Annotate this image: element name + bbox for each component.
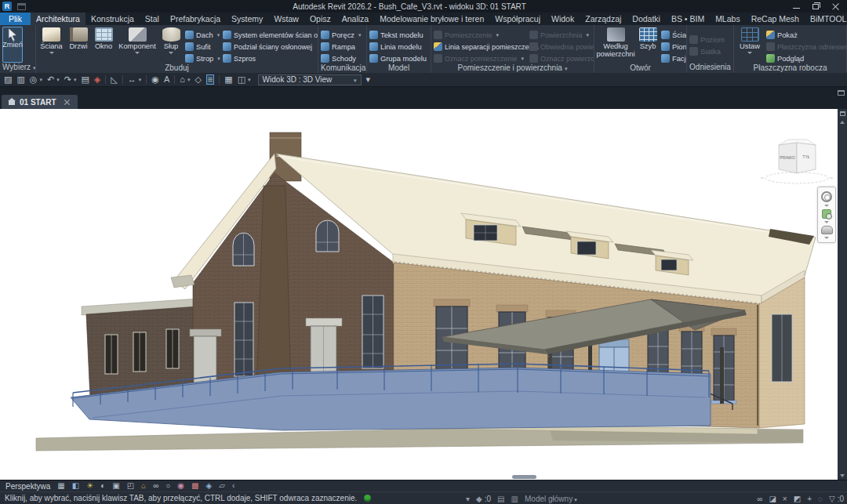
shadows-icon[interactable]: ◐ bbox=[100, 482, 105, 490]
expand-vcb-icon[interactable]: ‹ bbox=[232, 482, 234, 490]
tab-architektura[interactable]: Architektura bbox=[31, 13, 85, 25]
opening-by-face-button[interactable]: Według powierzchni bbox=[597, 27, 634, 63]
undo-icon[interactable]: ↶ bbox=[47, 75, 60, 84]
vertical-opening-button[interactable]: Pionowo bbox=[661, 42, 687, 52]
drawing-area[interactable]: PRAWO TYŁ bbox=[0, 109, 847, 480]
component-button[interactable]: Komponent bbox=[118, 27, 157, 63]
tab-stal[interactable]: Stal bbox=[140, 13, 165, 25]
tab-bs-bim[interactable]: BS • BIM bbox=[666, 13, 710, 25]
dormer-opening-button[interactable]: Facjatka bbox=[661, 53, 687, 63]
horizontal-scrollbar[interactable] bbox=[512, 475, 536, 479]
orbit-menu-caret-icon[interactable] bbox=[824, 237, 829, 239]
temporary-view-properties-icon[interactable]: ◉ bbox=[177, 482, 184, 490]
aligned-dimension-icon[interactable]: ↔ bbox=[128, 75, 142, 84]
crop-view-icon[interactable]: ▣ bbox=[112, 482, 119, 490]
select-underlay-icon[interactable]: ◪ bbox=[769, 495, 776, 503]
component-caret-icon[interactable] bbox=[135, 52, 140, 54]
thin-lines-icon[interactable]: ≡ bbox=[206, 74, 214, 85]
set-workplane-button[interactable]: Ustaw bbox=[736, 27, 763, 63]
roof-button[interactable]: Dach bbox=[185, 30, 220, 40]
minimize-button[interactable] bbox=[793, 8, 800, 9]
orbit-tool-icon[interactable] bbox=[821, 226, 833, 234]
viewcube-face-right[interactable]: PRAWO bbox=[780, 155, 794, 160]
crop-region-visibility-icon[interactable]: ◰ bbox=[127, 482, 134, 490]
reveal-hidden-elements-icon[interactable]: ∞ bbox=[153, 482, 158, 490]
column-button[interactable]: Słup bbox=[160, 27, 182, 63]
design-options-icon[interactable]: ▥ bbox=[511, 495, 518, 503]
tab-konstrukcja[interactable]: Konstrukcja bbox=[85, 13, 140, 25]
wall-button[interactable]: Ściana bbox=[38, 27, 64, 63]
worksets-dialog-icon[interactable]: ▤ bbox=[497, 495, 504, 503]
tab-opisz[interactable]: Opisz bbox=[304, 13, 336, 25]
stair-button[interactable]: Schody bbox=[321, 53, 361, 63]
collapsed-side-panel[interactable] bbox=[838, 109, 847, 480]
scale-button[interactable]: Perspektywa bbox=[5, 482, 50, 491]
model-text-button[interactable]: Tekst modelu bbox=[369, 30, 431, 40]
tab-systemy[interactable]: Systemy bbox=[226, 13, 268, 25]
scroll-up-icon[interactable] bbox=[840, 121, 845, 124]
panel-restore-icon[interactable] bbox=[840, 111, 845, 116]
close-button[interactable] bbox=[831, 2, 839, 10]
print-icon[interactable]: ▤ bbox=[81, 75, 89, 84]
zoom-tool-icon[interactable] bbox=[822, 209, 831, 219]
tab-list-icon[interactable] bbox=[838, 90, 845, 96]
open-icon[interactable]: ▨ bbox=[4, 75, 12, 84]
visual-style-icon[interactable]: ◧ bbox=[72, 482, 79, 490]
tab-plik[interactable]: Plik bbox=[0, 13, 31, 25]
wall-caret-icon[interactable] bbox=[49, 52, 54, 54]
group-pomieszczenie[interactable]: Pomieszczenie i powierzchnia bbox=[431, 63, 594, 73]
select-by-face-icon[interactable]: ◩ bbox=[794, 495, 801, 503]
floor-button[interactable]: Strop bbox=[185, 53, 220, 63]
select-pinned-icon[interactable]: × bbox=[783, 495, 787, 503]
drag-on-selection-icon[interactable]: + bbox=[807, 495, 812, 503]
tag-icon[interactable]: ◉ bbox=[151, 75, 159, 84]
tab-zarzadzaj[interactable]: Zarządzaj bbox=[580, 13, 627, 25]
view-scale-icon[interactable]: ▦ bbox=[57, 482, 64, 490]
view-cube[interactable]: PRAWO TYŁ bbox=[761, 140, 833, 183]
wall-opening-button[interactable]: Ściana bbox=[661, 30, 687, 40]
tab-wspolpracuj[interactable]: Współpracuj bbox=[489, 13, 546, 25]
shaft-button[interactable]: Szyb bbox=[638, 27, 658, 63]
sun-path-icon[interactable]: ☀ bbox=[86, 482, 93, 490]
steering-wheel-icon[interactable] bbox=[821, 191, 832, 202]
tab-dodatki[interactable]: Dodatki bbox=[627, 13, 666, 25]
scroll-down-icon[interactable] bbox=[840, 474, 845, 477]
ramp-button[interactable]: Rampa bbox=[321, 42, 361, 52]
worksets-chevron-icon[interactable]: ▾ bbox=[466, 495, 470, 503]
switch-windows-icon[interactable]: ◫ bbox=[238, 75, 251, 84]
measure-icon[interactable]: ◺ bbox=[111, 75, 117, 84]
ceiling-button[interactable]: Sufit bbox=[185, 42, 220, 52]
close-inactive-windows-icon[interactable]: ▦ bbox=[224, 75, 232, 84]
navigation-bar[interactable] bbox=[817, 187, 836, 243]
viewer-button[interactable]: Podgląd bbox=[766, 53, 847, 63]
door-button[interactable]: Drzwi bbox=[67, 27, 89, 63]
curtain-grid-button[interactable]: Podział ściany osłonowej bbox=[223, 42, 318, 52]
column-caret-icon[interactable] bbox=[169, 52, 173, 54]
filter-icon[interactable]: ▽ bbox=[829, 495, 835, 503]
worksharing-status-icon[interactable] bbox=[364, 495, 371, 502]
view-tab-01-start[interactable]: 01 START bbox=[2, 95, 78, 109]
railing-button[interactable]: Poręcz bbox=[321, 30, 361, 40]
view-selector[interactable]: Widok 3D : 3D View bbox=[258, 74, 362, 85]
viewcube-face-back[interactable]: TYŁ bbox=[802, 154, 810, 159]
locked-view-icon[interactable]: ⌂ bbox=[141, 482, 146, 490]
default-3d-view-icon[interactable]: ⌂ bbox=[180, 75, 190, 84]
analytical-model-icon[interactable]: ▩ bbox=[191, 482, 198, 490]
transfer-standards-icon[interactable]: ◈ bbox=[94, 75, 100, 84]
displacement-icon[interactable]: ▱ bbox=[219, 482, 225, 490]
zoom-menu-caret-icon[interactable] bbox=[824, 221, 829, 223]
curtain-system-button[interactable]: System elementów ścian osłonowych bbox=[223, 30, 318, 40]
model-line-button[interactable]: Linia modelu bbox=[369, 42, 431, 52]
viewport-canvas[interactable]: PRAWO TYŁ bbox=[0, 109, 838, 480]
wheel-menu-caret-icon[interactable] bbox=[824, 205, 829, 207]
revit-app-icon[interactable]: R bbox=[2, 2, 12, 11]
show-workplane-button[interactable]: Pokaż bbox=[766, 30, 847, 40]
quick-launch-icon[interactable] bbox=[17, 3, 26, 10]
restore-button[interactable] bbox=[812, 4, 819, 9]
tab-prefabrykacja[interactable]: Prefabrykacja bbox=[165, 13, 226, 25]
editable-only-icon[interactable]: ◆ bbox=[476, 495, 482, 503]
model-group-button[interactable]: Grupa modelu bbox=[369, 53, 431, 63]
customize-qat-icon[interactable]: ▾ bbox=[366, 75, 371, 84]
background-process-icon[interactable]: ◌ bbox=[818, 495, 823, 503]
tab-recap-mesh[interactable]: ReCap Mesh bbox=[746, 13, 805, 25]
